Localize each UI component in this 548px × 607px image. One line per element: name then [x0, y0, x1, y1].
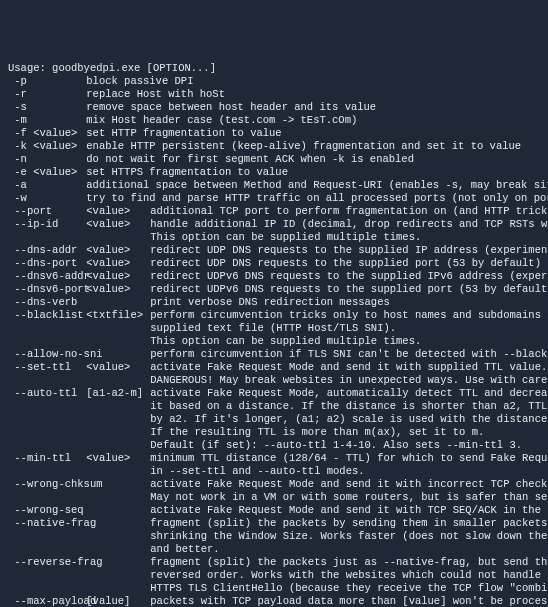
terminal-line: Default (if set): --auto-ttl 1-4-10. Als…: [8, 439, 540, 452]
terminal-line: If the resulting TTL is more than m(ax),…: [8, 426, 540, 439]
option-description: DANGEROUS! May break websites in unexpec…: [150, 374, 548, 387]
option-description: mix Host header case (test.com -> tEsT.c…: [86, 114, 357, 127]
option-description: May not work in a VM or with some router…: [150, 491, 548, 504]
terminal-line: HTTPS TLS ClientHello (because they rece…: [8, 582, 540, 595]
option-flag: --dnsv6-addr: [14, 270, 86, 283]
option-description: reversed order. Works with the websites …: [150, 569, 548, 582]
option-flag: -w: [14, 192, 86, 205]
terminal-line: -ndo not wait for first segment ACK when…: [8, 153, 540, 166]
option-flag: -r: [14, 88, 86, 101]
option-flag: --max-payload: [14, 595, 86, 607]
option-description: print verbose DNS redirection messages: [150, 296, 389, 309]
terminal-line: and better.: [8, 543, 540, 556]
option-param: <value>: [86, 361, 150, 374]
terminal-line: --wrong-seqactivate Fake Request Mode an…: [8, 504, 540, 517]
terminal-line: May not work in a VM or with some router…: [8, 491, 540, 504]
terminal-line: Usage: goodbyedpi.exe [OPTION...]: [8, 62, 540, 75]
option-description: and better.: [150, 543, 219, 556]
option-flag: --dns-addr: [14, 244, 86, 257]
terminal-line: --max-payload[value]packets with TCP pay…: [8, 595, 540, 607]
option-description: enable HTTP persistent (keep-alive) frag…: [86, 140, 521, 153]
option-flag: --native-frag: [14, 517, 86, 530]
terminal-line: supplied text file (HTTP Host/TLS SNI).: [8, 322, 540, 335]
option-description: handle additional IP ID (decimal, drop r…: [150, 218, 548, 231]
option-flag: --wrong-chksum: [14, 478, 86, 491]
option-param: <value>: [86, 205, 150, 218]
terminal-line: in --set-ttl and --auto-ttl modes.: [8, 465, 540, 478]
option-flag: -a: [14, 179, 86, 192]
option-description: set HTTP fragmentation to value: [86, 127, 281, 140]
option-param: <txtfile>: [86, 309, 150, 322]
option-description: This option can be supplied multiple tim…: [150, 231, 421, 244]
option-description: activate Fake Request Mode and send it w…: [150, 361, 547, 374]
option-description: activate Fake Request Mode and send it w…: [150, 504, 548, 517]
option-description: replace Host with hoSt: [86, 88, 225, 101]
terminal-line: -wtry to find and parse HTTP traffic on …: [8, 192, 540, 205]
option-flag: --set-ttl: [14, 361, 86, 374]
option-description: perform circumvention if TLS SNI can't b…: [150, 348, 548, 361]
option-flag: --min-ttl: [14, 452, 86, 465]
terminal-line: -f <value>set HTTP fragmentation to valu…: [8, 127, 540, 140]
terminal-line: -rreplace Host with hoSt: [8, 88, 540, 101]
option-description: shrinking the Window Size. Works faster …: [150, 530, 548, 543]
option-description: activate Fake Request Mode and send it w…: [150, 478, 548, 491]
option-description: redirect UDPv6 DNS requests to the suppl…: [150, 270, 548, 283]
option-flag: -m: [14, 114, 86, 127]
option-description: fragment (split) the packets by sending …: [150, 517, 548, 530]
option-param: <value>: [86, 452, 150, 465]
option-param: [a1-a2-m]: [86, 387, 150, 400]
option-description: in --set-ttl and --auto-ttl modes.: [150, 465, 364, 478]
option-description: block passive DPI: [86, 75, 193, 88]
terminal-line: --blacklist<txtfile>perform circumventio…: [8, 309, 540, 322]
option-param: <value>: [86, 283, 150, 296]
terminal-line: --dns-verbprint verbose DNS redirection …: [8, 296, 540, 309]
option-param: <value>: [86, 244, 150, 257]
option-flag: --dnsv6-port: [14, 283, 86, 296]
terminal-line: --wrong-chksumactivate Fake Request Mode…: [8, 478, 540, 491]
terminal-line: --reverse-fragfragment (split) the packe…: [8, 556, 540, 569]
terminal-line: --min-ttl<value>minimum TTL distance (12…: [8, 452, 540, 465]
terminal-line: DANGEROUS! May break websites in unexpec…: [8, 374, 540, 387]
option-description: redirect UDPv6 DNS requests to the suppl…: [150, 283, 548, 296]
terminal-line: -k <value>enable HTTP persistent (keep-a…: [8, 140, 540, 153]
terminal-line: -sremove space between host header and i…: [8, 101, 540, 114]
option-flag: -k <value>: [14, 140, 86, 153]
option-flag: --wrong-seq: [14, 504, 86, 517]
option-description: additional TCP port to perform fragmenta…: [150, 205, 548, 218]
terminal-output: Usage: goodbyedpi.exe [OPTION...] -pbloc…: [8, 62, 540, 607]
terminal-line: --dnsv6-addr<value>redirect UDPv6 DNS re…: [8, 270, 540, 283]
terminal-line: -aadditional space between Method and Re…: [8, 179, 540, 192]
terminal-line: --auto-ttl[a1-a2-m]activate Fake Request…: [8, 387, 540, 400]
terminal-line: --set-ttl<value>activate Fake Request Mo…: [8, 361, 540, 374]
option-description: activate Fake Request Mode, automaticall…: [150, 387, 548, 400]
terminal-line: reversed order. Works with the websites …: [8, 569, 540, 582]
option-description: try to find and parse HTTP traffic on al…: [86, 192, 548, 205]
option-description: fragment (split) the packets just as --n…: [150, 556, 548, 569]
option-flag: --ip-id: [14, 218, 86, 231]
option-flag: --blacklist: [14, 309, 86, 322]
option-description: supplied text file (HTTP Host/TLS SNI).: [150, 322, 396, 335]
option-flag: --dns-verb: [14, 296, 86, 309]
option-flag: -p: [14, 75, 86, 88]
terminal-line: --allow-no-sniperform circumvention if T…: [8, 348, 540, 361]
option-flag: -s: [14, 101, 86, 114]
option-description: perform circumvention tricks only to hos…: [150, 309, 548, 322]
option-description: Default (if set): --auto-ttl 1-4-10. Als…: [150, 439, 522, 452]
usage-header: Usage: goodbyedpi.exe [OPTION...]: [8, 62, 216, 74]
option-flag: -n: [14, 153, 86, 166]
terminal-line: --port<value>additional TCP port to perf…: [8, 205, 540, 218]
option-description: remove space between host header and its…: [86, 101, 376, 114]
option-description: If the resulting TTL is more than m(ax),…: [150, 426, 484, 439]
terminal-line: --ip-id<value>handle additional IP ID (d…: [8, 218, 540, 231]
option-description: minimum TTL distance (128/64 - TTL) for …: [150, 452, 548, 465]
option-flag: -f <value>: [14, 127, 86, 140]
option-flag: -e <value>: [14, 166, 86, 179]
terminal-line: by a2. If it's longer, (a1; a2) scale is…: [8, 413, 540, 426]
option-description: do not wait for first segment ACK when -…: [86, 153, 414, 166]
option-flag: --auto-ttl: [14, 387, 86, 400]
option-flag: --port: [14, 205, 86, 218]
option-description: redirect UDP DNS requests to the supplie…: [150, 244, 548, 257]
terminal-line: This option can be supplied multiple tim…: [8, 335, 540, 348]
option-description: packets with TCP payload data more than …: [150, 595, 548, 607]
option-description: This option can be supplied multiple tim…: [150, 335, 421, 348]
